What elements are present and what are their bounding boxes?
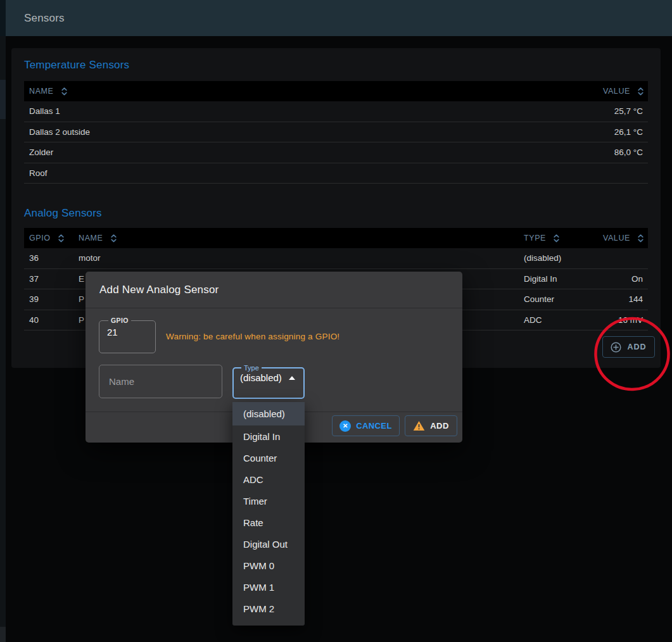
gpio-field-label: GPIO — [108, 317, 131, 324]
column-header-name[interactable]: NAME — [73, 234, 519, 243]
dropdown-option[interactable]: Rate — [232, 512, 305, 533]
plus-circle-icon — [611, 342, 621, 353]
cell-value: 25,7 °C — [521, 106, 648, 116]
sort-icon — [110, 234, 117, 243]
sidebar-bottom-segment — [0, 627, 6, 642]
cell-value: 86,0 °C — [521, 148, 648, 157]
cell-name: Zolder — [24, 148, 521, 157]
dialog-add-label: ADD — [430, 421, 448, 431]
section-title-analog: Analog Sensors — [24, 207, 102, 220]
sort-icon — [637, 234, 644, 243]
dropdown-option[interactable]: Digital In — [232, 425, 305, 447]
sort-icon — [58, 234, 65, 243]
temperature-table-body: Dallas 125,7 °CDallas 2 outside26,1 °CZo… — [24, 101, 648, 184]
cell-gpio: 39 — [24, 294, 73, 304]
sort-icon — [61, 87, 68, 96]
type-select-label: Type — [241, 364, 262, 372]
cancel-label: CANCEL — [356, 421, 392, 431]
page-title: Sensors — [24, 12, 65, 25]
dropdown-option[interactable]: Timer — [232, 490, 305, 512]
sidebar-item-highlight — [0, 80, 6, 119]
dialog-title: Add New Analog Sensor — [99, 272, 219, 308]
collapsed-sidebar[interactable] — [0, 0, 6, 642]
cell-gpio: 40 — [24, 315, 73, 325]
table-row[interactable]: Dallas 125,7 °C — [24, 101, 648, 122]
cell-value: On — [601, 274, 648, 284]
dropdown-option[interactable]: PWM 0 — [232, 555, 305, 576]
cell-value: 16 mV — [601, 315, 648, 325]
column-header-gpio[interactable]: GPIO — [24, 234, 73, 243]
type-dropdown-menu: (disabled)Digital InCounterADCTimerRateD… — [232, 402, 305, 626]
caret-up-icon — [289, 376, 295, 380]
column-header-name[interactable]: NAME — [24, 87, 521, 96]
cell-gpio: 36 — [24, 253, 73, 263]
cell-name: Dallas 2 outside — [24, 127, 521, 137]
add-sensor-button[interactable]: ADD — [602, 336, 655, 358]
section-title-temperature: Temperature Sensors — [24, 59, 129, 72]
cell-type: Counter — [519, 294, 601, 304]
close-circle-icon: ✕ — [339, 420, 351, 432]
cell-name: Roof — [24, 168, 521, 178]
dropdown-option[interactable]: Digital Out — [232, 533, 305, 555]
table-row[interactable]: Dallas 2 outside26,1 °C — [24, 122, 648, 143]
table-row[interactable]: 36motor(disabled) — [24, 248, 648, 269]
cell-value: 144 — [601, 294, 648, 304]
column-header-value[interactable]: VALUE — [521, 87, 648, 96]
gpio-field: GPIO — [99, 317, 156, 353]
cell-name: motor — [73, 253, 519, 263]
sort-icon — [553, 234, 560, 243]
cell-value: 26,1 °C — [521, 127, 648, 137]
dropdown-option[interactable]: ADC — [232, 469, 305, 490]
sidebar-top-segment — [0, 0, 6, 36]
dropdown-option[interactable]: PWM 2 — [232, 598, 305, 619]
add-sensor-label: ADD — [627, 343, 646, 351]
temperature-table-header: NAME VALUE — [24, 81, 648, 101]
table-row[interactable]: Zolder86,0 °C — [24, 142, 648, 163]
warning-triangle-icon — [413, 420, 425, 431]
appbar: Sensors — [6, 0, 672, 36]
sort-icon — [637, 87, 644, 96]
cell-type: (disabled) — [519, 253, 601, 263]
column-header-type[interactable]: TYPE — [519, 234, 601, 243]
name-input[interactable] — [99, 365, 222, 398]
cell-gpio: 37 — [24, 274, 73, 284]
gpio-input[interactable] — [106, 324, 151, 343]
gpio-warning: Warning: be careful when assigning a GPI… — [166, 332, 339, 341]
type-select[interactable]: Type (disabled) — [232, 364, 305, 399]
dropdown-option[interactable]: Counter — [232, 447, 305, 469]
cell-name: Dallas 1 — [24, 106, 521, 116]
dialog-header-divider — [86, 308, 462, 308]
column-header-value[interactable]: VALUE — [601, 234, 648, 243]
type-select-value: (disabled) — [240, 372, 282, 383]
dialog-add-button[interactable]: ADD — [405, 415, 457, 436]
cell-type: ADC — [519, 315, 601, 325]
analog-table-header: GPIO NAME TYPE VALUE — [24, 228, 648, 248]
table-row[interactable]: Roof — [24, 163, 648, 184]
cell-type: Digital In — [519, 274, 601, 284]
temperature-table: NAME VALUE Dallas 125,7 °CDallas 2 outsi… — [24, 81, 648, 184]
dropdown-option[interactable]: PWM 1 — [232, 576, 305, 598]
dropdown-option[interactable]: (disabled) — [232, 402, 305, 425]
cancel-button[interactable]: ✕ CANCEL — [332, 415, 400, 436]
